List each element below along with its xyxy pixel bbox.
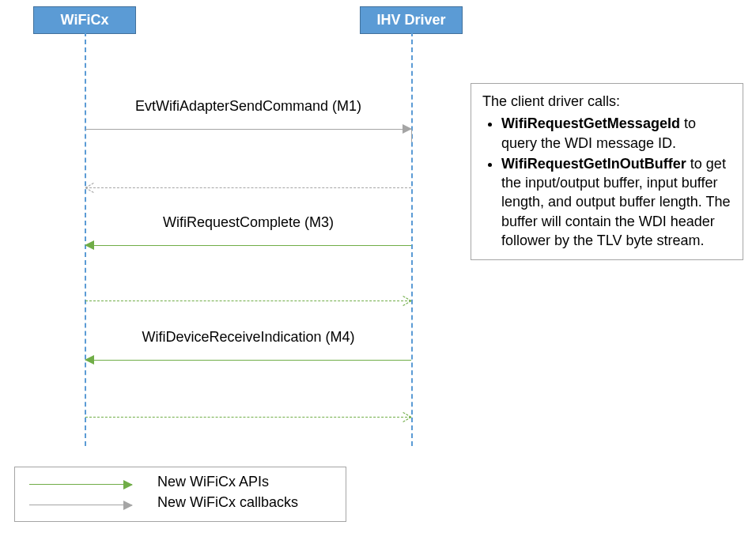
arrow-m3-head	[85, 240, 94, 250]
arrow-m4-return	[85, 405, 411, 429]
arrow-m1: EvtWifiAdapterSendCommand (M1)	[85, 117, 411, 141]
arrow-m3-label: WifiRequestComplete (M3)	[85, 214, 411, 231]
arrow-m1-return	[85, 176, 411, 199]
arrow-m4-return-line	[85, 417, 411, 418]
participant-ihv-driver: IHV Driver	[360, 6, 463, 34]
legend-label-apis: New WiFiCx APIs	[157, 474, 269, 490]
note-bullet-2-api: WifiRequestGetInOutBuffer	[501, 156, 686, 172]
note-bullet-list: WifiRequestGetMessageId to query the WDI…	[482, 114, 731, 250]
arrow-m1-label: EvtWifiAdapterSendCommand (M1)	[85, 98, 411, 115]
legend-box: New WiFiCx APIs New WiFiCx callbacks	[14, 467, 346, 522]
note-bullet-1-api: WifiRequestGetMessageId	[501, 115, 680, 131]
arrow-m3: WifiRequestComplete (M3)	[85, 233, 411, 257]
legend-row-callbacks: New WiFiCx callbacks	[15, 494, 346, 515]
note-client-driver-calls: The client driver calls: WifiRequestGetM…	[471, 83, 743, 260]
legend-row-apis: New WiFiCx APIs	[15, 474, 346, 494]
arrow-m4: WifiDeviceReceiveIndication (M4)	[85, 348, 411, 372]
legend-arrow-green-head	[123, 480, 133, 490]
arrow-m3-line	[85, 245, 411, 246]
note-connector	[411, 130, 471, 142]
lifeline-ihv-driver	[411, 32, 413, 446]
arrow-m3-return-line	[85, 301, 411, 301]
note-bullet-1: WifiRequestGetMessageId to query the WDI…	[501, 114, 731, 153]
arrow-m3-return	[85, 289, 411, 312]
legend-label-callbacks: New WiFiCx callbacks	[157, 494, 298, 511]
arrow-m4-line	[85, 360, 411, 361]
note-bullet-2: WifiRequestGetInOutBuffer to get the inp…	[501, 154, 731, 250]
participant-wificx: WiFiCx	[33, 6, 136, 34]
arrow-m1-line	[85, 129, 411, 130]
legend-arrow-gray-head	[123, 501, 133, 510]
arrow-m4-label: WifiDeviceReceiveIndication (M4)	[85, 329, 411, 346]
note-intro: The client driver calls:	[482, 92, 731, 111]
legend-arrow-green	[29, 484, 132, 485]
arrow-m1-return-line	[85, 187, 411, 188]
arrow-m4-head	[85, 355, 94, 365]
legend-arrow-gray	[29, 505, 132, 505]
